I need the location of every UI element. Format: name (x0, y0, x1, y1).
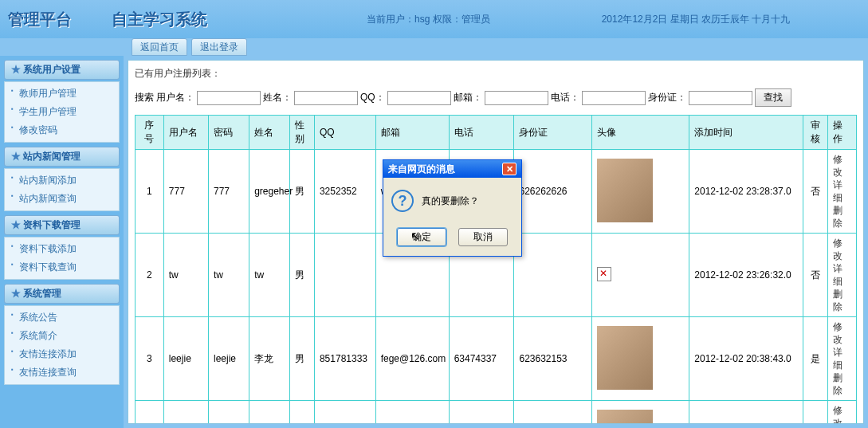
cell-operate: 修改详细删除 (828, 234, 857, 317)
cell-avatar (591, 401, 689, 425)
search-qq-input[interactable] (387, 91, 451, 105)
logo-title: 管理平台 (8, 9, 72, 30)
sidebar-item-notice[interactable]: 系统公告 (5, 308, 119, 327)
cell-audit: 否 (803, 234, 828, 317)
cell-idcard: 623632153 (514, 317, 591, 401)
avatar-image (597, 326, 653, 390)
search-row: 搜索 用户名： 姓名： QQ： 邮箱： 电话： 身份证： 查找 (135, 88, 857, 107)
cell-email: gshf@yahoo.com (375, 401, 449, 425)
confirm-dialog: 来自网页的消息 ✕ ? 真的要删除？ 确定 取消 (383, 159, 522, 257)
cell-phone: 9696556 (449, 401, 514, 425)
table-row: 4mygodmygod陈德才男870538338gshf@yahoo.com96… (136, 401, 857, 425)
cell-index: 1 (136, 150, 164, 234)
dialog-title-text: 来自网页的消息 (388, 163, 455, 176)
search-label: 搜索 (135, 91, 154, 104)
op-detail-link[interactable]: 详细 (833, 262, 851, 288)
sidebar-item-student[interactable]: 学生用户管理 (5, 103, 119, 121)
th-phone: 电话 (449, 116, 514, 150)
list-title: 已有用户注册列表： (135, 67, 857, 80)
op-delete-link[interactable]: 删除 (833, 288, 851, 313)
op-edit-link[interactable]: 修改 (833, 153, 851, 179)
cell-idcard: 33253636 (514, 401, 591, 425)
sidebar-item-link-add[interactable]: 友情连接添加 (5, 345, 119, 363)
sidebar: 系统用户设置 教师用户管理 学生用户管理 修改密码 站内新闻管理 站内新闻添加 … (0, 56, 124, 428)
op-edit-link[interactable]: 修改 (833, 320, 851, 346)
avatar-image (597, 159, 653, 222)
dialog-close-icon[interactable]: ✕ (502, 163, 516, 175)
sidebar-header-download[interactable]: 资料下载管理 (4, 215, 120, 235)
avatar-broken-icon (597, 267, 611, 281)
cell-realname: 李龙 (249, 317, 290, 401)
th-sex: 性别 (290, 116, 315, 150)
sidebar-item-teacher[interactable]: 教师用户管理 (5, 84, 119, 103)
nav-logout-button[interactable]: 退出登录 (191, 38, 247, 56)
cell-realname: gregeher (249, 150, 290, 234)
sidebar-item-intro[interactable]: 系统简介 (5, 327, 119, 345)
avatar-image (597, 410, 653, 425)
cell-realname: tw (249, 234, 290, 317)
sidebar-item-dl-query[interactable]: 资料下载查询 (5, 258, 119, 277)
search-username-input[interactable] (197, 91, 261, 105)
cell-password: tw (209, 234, 249, 317)
cell-index: 4 (136, 401, 164, 425)
cell-password: leejie (209, 317, 249, 401)
dialog-ok-button[interactable]: 确定 (397, 228, 446, 246)
cell-password: 777 (209, 150, 249, 234)
cell-sex: 男 (290, 317, 315, 401)
cell-avatar (591, 317, 689, 401)
cell-username: 777 (163, 150, 208, 234)
cell-time: 2012-12-02 23:28:37.0 (689, 150, 803, 234)
nav-bar: 返回首页 退出登录 (0, 38, 868, 56)
search-realname-label: 姓名： (263, 91, 292, 104)
search-phone-input[interactable] (582, 91, 646, 105)
op-detail-link[interactable]: 详细 (833, 346, 851, 371)
op-detail-link[interactable]: 详细 (833, 179, 851, 204)
search-idcard-label: 身份证： (648, 91, 686, 104)
op-edit-link[interactable]: 修改 (833, 237, 851, 262)
search-phone-label: 电话： (551, 91, 579, 104)
search-qq-label: QQ： (360, 91, 385, 104)
date-info: 2012年12月2日 星期日 农历壬辰年 十月十九 (602, 13, 791, 26)
th-realname: 姓名 (249, 116, 290, 150)
dialog-cancel-button[interactable]: 取消 (458, 228, 508, 246)
user-info: 当前用户：hsg 权限：管理员 (367, 13, 490, 26)
op-delete-link[interactable]: 删除 (833, 204, 851, 230)
cell-time: 2012-12-02 20:38:43.0 (689, 317, 803, 401)
sidebar-item-link-query[interactable]: 友情连接查询 (5, 363, 119, 382)
nav-home-button[interactable]: 返回首页 (132, 38, 187, 56)
cell-username: mygod (163, 401, 208, 425)
cell-realname: 陈德才 (249, 401, 290, 425)
cell-time: 2012-12-02 23:26:32.0 (689, 234, 803, 317)
op-edit-link[interactable]: 修改 (833, 404, 851, 424)
cell-qq: 851781333 (314, 317, 375, 401)
cell-index: 2 (136, 234, 164, 317)
th-addtime: 添加时间 (689, 116, 803, 150)
sidebar-header-users[interactable]: 系统用户设置 (4, 60, 120, 80)
th-idcard: 身份证 (514, 116, 591, 150)
th-index: 序号 (136, 116, 164, 150)
cell-phone: 63474337 (449, 317, 514, 401)
sidebar-header-system[interactable]: 系统管理 (4, 284, 120, 304)
cell-avatar (591, 150, 689, 234)
cell-username: tw (163, 234, 208, 317)
search-email-input[interactable] (485, 91, 548, 105)
sidebar-item-news-add[interactable]: 站内新闻添加 (5, 171, 119, 190)
th-avatar: 头像 (591, 116, 689, 150)
sidebar-header-news[interactable]: 站内新闻管理 (4, 147, 120, 167)
sidebar-item-dl-add[interactable]: 资料下载添加 (5, 240, 119, 258)
th-password: 密码 (209, 116, 249, 150)
question-icon: ? (391, 190, 414, 212)
op-delete-link[interactable]: 删除 (833, 371, 851, 397)
sidebar-item-password[interactable]: 修改密码 (5, 121, 119, 139)
search-idcard-input[interactable] (689, 91, 752, 105)
search-realname-input[interactable] (294, 91, 358, 105)
cell-qq (314, 234, 375, 317)
sub-title: 自主学习系统 (112, 9, 207, 30)
th-qq: QQ (314, 116, 375, 150)
cell-audit: 是 (803, 317, 828, 401)
sidebar-item-news-query[interactable]: 站内新闻查询 (5, 190, 119, 208)
th-audit: 审核 (803, 116, 828, 150)
cell-sex: 男 (290, 401, 315, 425)
cell-operate: 修改详细删除 (828, 317, 857, 401)
search-button[interactable]: 查找 (755, 88, 791, 107)
